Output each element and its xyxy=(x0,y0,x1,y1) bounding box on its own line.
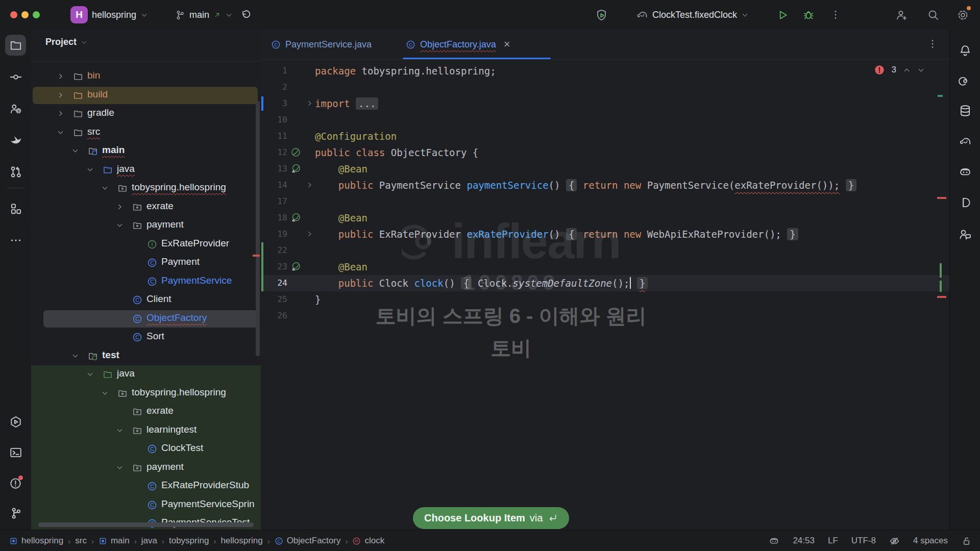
code-line-18[interactable]: 18 @Bean xyxy=(261,210,949,226)
copilot-status-icon[interactable] xyxy=(769,536,779,546)
bird-plugin-button[interactable] xyxy=(5,130,26,151)
breadcrumb-java[interactable]: java xyxy=(141,536,157,546)
search-everywhere-button[interactable] xyxy=(927,0,939,30)
database-toolwindow-button[interactable] xyxy=(954,100,976,121)
file-writable-icon[interactable] xyxy=(961,536,972,546)
chevron-down-icon[interactable] xyxy=(71,352,79,360)
tree-row-exrate[interactable]: exrate xyxy=(31,403,261,421)
pull-requests-button[interactable] xyxy=(5,161,26,182)
chevron-down-icon[interactable] xyxy=(116,464,124,471)
zoom-window-button[interactable] xyxy=(33,11,40,18)
project-toolwindow-button[interactable] xyxy=(5,35,26,56)
tree-row-java[interactable]: java xyxy=(31,161,261,180)
chevron-down-icon[interactable] xyxy=(86,166,94,173)
code-line-25[interactable]: 25} xyxy=(261,291,949,308)
tree-row-java[interactable]: java xyxy=(31,365,261,384)
tree-row-clocktest[interactable]: CClockTest xyxy=(31,440,261,459)
branch-widget[interactable]: main xyxy=(175,0,233,30)
next-error-button[interactable] xyxy=(917,66,925,74)
close-icon[interactable]: × xyxy=(504,38,510,51)
tree-row-test[interactable]: test xyxy=(31,347,261,366)
code-with-me-button[interactable]: ? xyxy=(5,98,26,119)
code-line-12[interactable]: 12public class ObjectFactory { xyxy=(261,144,949,161)
tree-row-payment[interactable]: CPayment xyxy=(31,254,261,272)
terminal-toolwindow-button[interactable] xyxy=(5,442,26,463)
debug-button[interactable] xyxy=(802,0,815,30)
tree-row-src[interactable]: src xyxy=(31,123,261,142)
project-horizontal-scrollbar[interactable] xyxy=(38,522,254,527)
code-line-22[interactable]: 22 xyxy=(261,242,949,259)
code-line-2[interactable]: 2 xyxy=(261,79,949,95)
tree-row-main[interactable]: main xyxy=(31,142,261,161)
breadcrumb-tobyspring[interactable]: tobyspring xyxy=(169,536,209,546)
fold-chevron-icon[interactable] xyxy=(306,230,313,238)
project-vertical-scrollbar[interactable] xyxy=(256,101,260,356)
chevron-right-icon[interactable] xyxy=(57,91,64,99)
breadcrumb-objectfactory[interactable]: CObjectFactory xyxy=(275,536,341,546)
chevron-right-icon[interactable] xyxy=(116,203,124,211)
tree-row-paymentservicetest[interactable]: CPaymentServiceTest xyxy=(31,514,261,530)
run-configuration-selector[interactable]: ClockTest.fixedClock xyxy=(636,0,749,30)
chevron-down-icon[interactable] xyxy=(101,184,109,192)
code-line-24[interactable]: 24 public Clock clock() { Clock.systemDe… xyxy=(261,275,949,291)
breadcrumb-hellospring[interactable]: hellospring xyxy=(220,536,262,546)
tree-row-exrateprovider[interactable]: IExRateProvider xyxy=(31,235,261,254)
chevron-down-icon[interactable] xyxy=(71,147,79,155)
chevron-down-icon[interactable] xyxy=(116,427,124,434)
tree-row-gradle[interactable]: gradle xyxy=(31,105,261,123)
settings-button[interactable] xyxy=(957,0,969,30)
run-button[interactable] xyxy=(777,0,789,30)
chat-toolwindow-button[interactable] xyxy=(954,223,976,245)
prev-error-button[interactable] xyxy=(903,66,911,74)
tree-row-objectfactory[interactable]: CObjectFactory xyxy=(31,310,261,329)
chevron-right-icon[interactable] xyxy=(57,110,64,117)
tab-objectfactory-java[interactable]: CObjectFactory.java× xyxy=(403,30,513,59)
undo-button[interactable] xyxy=(240,0,252,30)
tree-row-payment[interactable]: payment xyxy=(31,459,261,478)
chevron-down-icon[interactable] xyxy=(101,389,109,397)
fold-chevron-icon[interactable] xyxy=(306,181,313,189)
code-line-13[interactable]: 13 @Bean xyxy=(261,161,949,177)
breadcrumb-main[interactable]: main xyxy=(99,536,130,546)
indent-style[interactable]: 4 spaces xyxy=(913,536,948,546)
file-encoding[interactable]: UTF-8 xyxy=(851,536,876,546)
breadcrumb-hellospring[interactable]: hellospring xyxy=(9,536,63,546)
tree-row-build[interactable]: build xyxy=(31,86,261,105)
tree-row-exrate[interactable]: exrate xyxy=(31,198,261,217)
spring-bean-gutter-icon[interactable] xyxy=(290,261,301,272)
chevron-down-icon[interactable] xyxy=(86,370,94,378)
code-line-14[interactable]: 14 public PaymentService paymentService(… xyxy=(261,177,949,193)
more-run-actions-button[interactable] xyxy=(830,0,841,30)
shield-run-button[interactable] xyxy=(595,0,608,30)
tab-options-button[interactable] xyxy=(927,38,938,49)
tree-row-exrateproviderstub[interactable]: CExRateProviderStub xyxy=(31,477,261,496)
line-separator[interactable]: LF xyxy=(828,536,838,546)
spring-bean-gutter-icon[interactable] xyxy=(290,212,301,223)
tree-row-sort[interactable]: CSort xyxy=(31,328,261,347)
notifications-button[interactable] xyxy=(954,40,976,61)
more-toolwindows-button[interactable] xyxy=(5,230,26,251)
tab-paymentservice-java[interactable]: CPaymentService.java xyxy=(268,30,375,59)
chevron-down-icon[interactable] xyxy=(57,129,64,136)
tree-row-payment[interactable]: payment xyxy=(31,216,261,235)
code-line-19[interactable]: 19 public ExRateProvider exRateProvider(… xyxy=(261,226,949,242)
chevron-down-icon[interactable] xyxy=(116,221,124,229)
problems-toolwindow-button[interactable] xyxy=(5,472,26,493)
services-toolwindow-button[interactable] xyxy=(5,411,26,432)
tree-row-paymentservicesprin[interactable]: CPaymentServiceSprin xyxy=(31,496,261,515)
code-line-23[interactable]: 23 @Bean xyxy=(261,259,949,275)
code-line-3[interactable]: 3import ... xyxy=(261,95,949,112)
ai-assistant-button[interactable] xyxy=(954,70,976,92)
documentation-toolwindow-button[interactable] xyxy=(954,192,976,213)
highlighting-level-icon[interactable] xyxy=(889,536,900,546)
code-line-11[interactable]: 11@Configuration xyxy=(261,128,949,144)
code-line-26[interactable]: 26 xyxy=(261,308,949,324)
fold-chevron-icon[interactable] xyxy=(306,99,313,107)
breadcrumb-src[interactable]: src xyxy=(75,536,87,546)
minimize-window-button[interactable] xyxy=(21,11,29,18)
tree-row-tobyspring-hellospring[interactable]: tobyspring.hellospring xyxy=(31,384,261,403)
structure-toolwindow-button[interactable] xyxy=(5,198,26,219)
tree-row-tobyspring-hellospring[interactable]: tobyspring.hellospring xyxy=(31,179,261,198)
spring-bean-gutter-icon[interactable] xyxy=(290,147,301,158)
version-control-toolwindow-button[interactable] xyxy=(5,503,26,523)
